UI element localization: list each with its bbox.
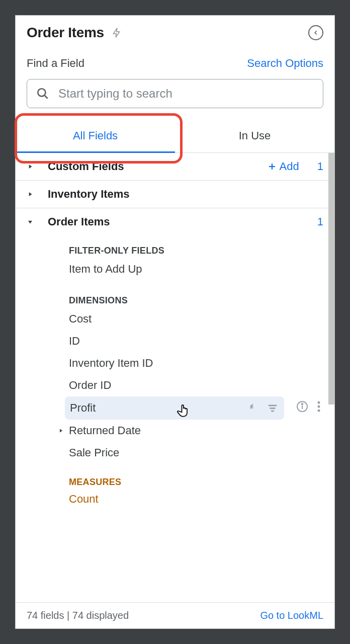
- pivot-icon[interactable]: [249, 403, 260, 414]
- field-picker-panel: Order Items Find a Field Search Options …: [15, 15, 335, 629]
- field-list[interactable]: Custom Fields Add 1 Inventory Items Orde…: [16, 153, 334, 602]
- section-label: Custom Fields: [48, 160, 268, 173]
- panel-header: Order Items: [16, 16, 334, 45]
- find-label: Find a Field: [27, 57, 84, 70]
- search-box[interactable]: [27, 79, 323, 108]
- svg-rect-4: [269, 405, 277, 407]
- search-input[interactable]: [58, 87, 314, 101]
- search-icon: [36, 87, 49, 100]
- field-stats: 74 fields | 74 displayed: [27, 610, 129, 621]
- page-title: Order Items: [27, 25, 104, 41]
- tab-in-use[interactable]: In Use: [175, 119, 334, 152]
- section-inventory-items[interactable]: Inventory Items: [16, 181, 334, 208]
- section-custom-fields[interactable]: Custom Fields Add 1: [16, 153, 334, 181]
- field-count[interactable]: Count: [16, 490, 334, 509]
- chevron-down-icon: [27, 218, 39, 225]
- bolt-icon[interactable]: [111, 26, 122, 40]
- svg-line-1: [44, 95, 48, 99]
- collapse-button[interactable]: [308, 25, 323, 40]
- category-dimensions: DIMENSIONS: [16, 280, 334, 308]
- svg-point-10: [318, 401, 320, 404]
- svg-point-12: [318, 410, 320, 412]
- field-order-id[interactable]: Order ID: [16, 374, 334, 396]
- section-order-items[interactable]: Order Items 1: [16, 208, 334, 235]
- field-cost[interactable]: Cost: [16, 308, 334, 330]
- svg-point-11: [318, 406, 320, 408]
- footer: 74 fields | 74 displayed Go to LookML: [16, 602, 334, 628]
- svg-rect-6: [271, 411, 274, 412]
- section-label: Inventory Items: [48, 188, 323, 201]
- tab-all-fields[interactable]: All Fields: [16, 119, 175, 152]
- field-returned-date[interactable]: Returned Date: [16, 420, 334, 442]
- svg-rect-5: [270, 408, 276, 409]
- field-inventory-item-id[interactable]: Inventory Item ID: [16, 352, 334, 374]
- tabs: All Fields In Use: [16, 119, 334, 153]
- svg-point-0: [38, 89, 45, 96]
- category-measures: MEASURES: [16, 464, 334, 490]
- filter-icon[interactable]: [267, 403, 278, 414]
- field-item-to-add-up[interactable]: Item to Add Up: [16, 258, 334, 280]
- svg-point-9: [302, 404, 303, 405]
- chevron-right-icon: [58, 428, 69, 434]
- goto-lookml-link[interactable]: Go to LookML: [260, 610, 323, 621]
- info-icon[interactable]: [296, 400, 308, 413]
- field-id[interactable]: ID: [16, 330, 334, 352]
- find-row: Find a Field Search Options: [16, 45, 334, 75]
- section-count: 1: [317, 160, 323, 173]
- chevron-right-icon: [27, 163, 39, 170]
- scrollbar[interactable]: [328, 153, 334, 405]
- add-custom-field-button[interactable]: Add: [268, 160, 299, 173]
- field-profit[interactable]: Profit: [65, 396, 284, 420]
- chevron-right-icon: [27, 191, 39, 198]
- field-row-actions: [296, 400, 320, 413]
- field-sale-price[interactable]: Sale Price: [16, 442, 334, 464]
- search-options-link[interactable]: Search Options: [247, 57, 323, 70]
- section-label: Order Items: [48, 215, 299, 228]
- more-icon[interactable]: [317, 401, 320, 412]
- category-filter-only: FILTER-ONLY FIELDS: [16, 235, 334, 258]
- section-count: 1: [317, 215, 323, 228]
